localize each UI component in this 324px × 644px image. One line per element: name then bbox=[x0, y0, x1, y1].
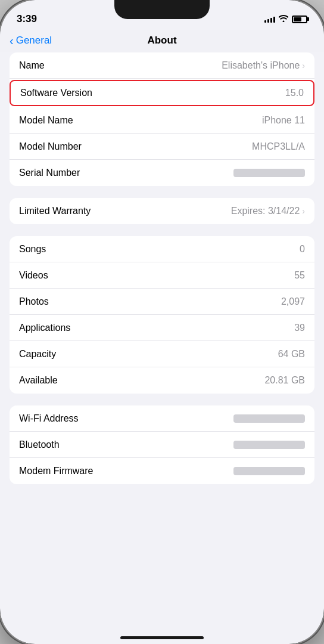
bluetooth-label: Bluetooth bbox=[19, 439, 60, 450]
applications-row: Applications 39 bbox=[10, 315, 314, 341]
bluetooth-row: Bluetooth bbox=[10, 432, 314, 458]
serial-number-label: Serial Number bbox=[19, 168, 80, 178]
settings-group-1: Name Elisabeth's iPhone › Software Versi… bbox=[10, 52, 314, 186]
settings-card-3: Songs 0 Videos 55 Photos 2,097 Applicati… bbox=[10, 236, 314, 394]
screen: 3:39 bbox=[0, 0, 324, 644]
software-version-row: Software Version 15.0 bbox=[10, 80, 314, 106]
serial-number-value bbox=[233, 169, 305, 177]
photos-row: Photos 2,097 bbox=[10, 289, 314, 315]
back-button[interactable]: ‹ General bbox=[10, 35, 52, 47]
serial-number-redacted bbox=[233, 169, 305, 177]
status-time: 3:39 bbox=[17, 13, 37, 25]
settings-group-3: Songs 0 Videos 55 Photos 2,097 Applicati… bbox=[10, 236, 314, 394]
settings-card-1: Name Elisabeth's iPhone › Software Versi… bbox=[10, 52, 314, 186]
available-value: 20.81 GB bbox=[264, 375, 305, 386]
modem-firmware-row: Modem Firmware bbox=[10, 458, 314, 484]
signal-bars-icon bbox=[264, 16, 275, 23]
capacity-row: Capacity 64 GB bbox=[10, 341, 314, 367]
modem-firmware-value bbox=[233, 467, 305, 475]
back-label: General bbox=[16, 35, 52, 47]
status-icons bbox=[264, 15, 307, 24]
software-version-value: 15.0 bbox=[285, 88, 304, 98]
settings-group-4: Wi-Fi Address Bluetooth Modem Firmware bbox=[10, 405, 314, 484]
name-chevron-icon: › bbox=[302, 61, 305, 70]
photos-value: 2,097 bbox=[281, 296, 305, 307]
notch bbox=[114, 0, 210, 19]
battery-icon bbox=[292, 16, 307, 23]
phone-frame: 3:39 bbox=[0, 0, 324, 644]
model-name-value: iPhone 11 bbox=[262, 115, 305, 126]
name-label: Name bbox=[19, 60, 45, 71]
wifi-address-label: Wi-Fi Address bbox=[19, 413, 79, 424]
signal-bar-1 bbox=[264, 20, 266, 23]
limited-warranty-row[interactable]: Limited Warranty Expires: 3/14/22 › bbox=[10, 198, 314, 224]
limited-warranty-value: Expires: 3/14/22 › bbox=[231, 206, 305, 216]
signal-bar-4 bbox=[273, 17, 275, 23]
model-number-value: MHCP3LL/A bbox=[252, 141, 305, 152]
capacity-label: Capacity bbox=[19, 349, 56, 360]
signal-bar-3 bbox=[270, 18, 272, 23]
available-row: Available 20.81 GB bbox=[10, 367, 314, 394]
songs-label: Songs bbox=[19, 244, 46, 255]
bluetooth-redacted bbox=[233, 441, 305, 449]
settings-group-2: Limited Warranty Expires: 3/14/22 › bbox=[10, 198, 314, 224]
settings-card-2: Limited Warranty Expires: 3/14/22 › bbox=[10, 198, 314, 224]
page-title: About bbox=[147, 35, 176, 47]
model-name-label: Model Name bbox=[19, 115, 73, 126]
battery-fill bbox=[294, 17, 301, 21]
videos-row: Videos 55 bbox=[10, 262, 314, 289]
applications-value: 39 bbox=[294, 323, 305, 333]
videos-value: 55 bbox=[294, 270, 305, 281]
warranty-chevron-icon: › bbox=[302, 206, 305, 216]
wifi-address-value bbox=[233, 414, 305, 423]
name-value: Elisabeth's iPhone › bbox=[222, 60, 305, 71]
name-row[interactable]: Name Elisabeth's iPhone › bbox=[10, 52, 314, 79]
wifi-address-redacted bbox=[233, 414, 305, 423]
available-label: Available bbox=[19, 375, 58, 386]
songs-value: 0 bbox=[300, 244, 305, 255]
software-version-label: Software Version bbox=[20, 88, 92, 98]
back-arrow-icon: ‹ bbox=[10, 35, 14, 47]
content-area: Name Elisabeth's iPhone › Software Versi… bbox=[0, 52, 324, 496]
serial-number-row: Serial Number bbox=[10, 160, 314, 186]
settings-card-4: Wi-Fi Address Bluetooth Modem Firmware bbox=[10, 405, 314, 484]
signal-bar-2 bbox=[267, 19, 269, 23]
wifi-icon bbox=[279, 15, 288, 24]
songs-row: Songs 0 bbox=[10, 236, 314, 262]
applications-label: Applications bbox=[19, 323, 70, 333]
nav-bar: ‹ General About bbox=[0, 30, 324, 52]
limited-warranty-label: Limited Warranty bbox=[19, 206, 91, 216]
modem-firmware-label: Modem Firmware bbox=[19, 466, 93, 476]
model-number-row: Model Number MHCP3LL/A bbox=[10, 134, 314, 160]
home-indicator bbox=[120, 636, 204, 639]
modem-firmware-redacted bbox=[233, 467, 305, 475]
wifi-address-row: Wi-Fi Address bbox=[10, 405, 314, 432]
model-number-label: Model Number bbox=[19, 141, 82, 152]
capacity-value: 64 GB bbox=[278, 349, 305, 360]
photos-label: Photos bbox=[19, 296, 49, 307]
model-name-row: Model Name iPhone 11 bbox=[10, 107, 314, 134]
videos-label: Videos bbox=[19, 270, 48, 281]
bluetooth-value bbox=[233, 441, 305, 449]
